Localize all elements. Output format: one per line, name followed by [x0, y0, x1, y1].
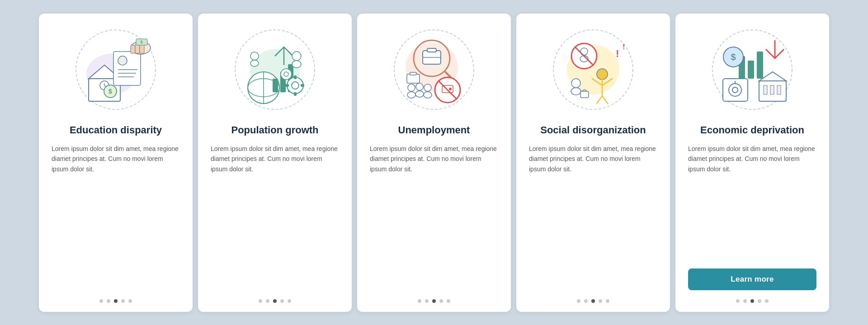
card-social-disorganization: ! ! Social disorganization Lorem ipsum d… [516, 14, 670, 312]
svg-point-55 [415, 91, 424, 97]
card-title-social-disorganization: Social disorganization [540, 124, 646, 137]
card-unemployment: Unemployment Lorem ipsum dolor sit dim a… [357, 14, 511, 312]
dot-3-active [114, 299, 118, 303]
svg-rect-7 [113, 52, 141, 85]
svg-text:$: $ [140, 40, 142, 44]
svg-rect-85 [770, 85, 774, 94]
dot-2 [425, 299, 429, 303]
dot-5 [447, 299, 450, 303]
svg-rect-86 [777, 85, 781, 94]
dot-3-active [750, 299, 754, 303]
svg-rect-15 [131, 45, 135, 53]
svg-text:!: ! [616, 48, 619, 59]
card-dots-economic-deprivation [736, 299, 769, 303]
card-population-growth: Population growth Lorem ipsum dolor sit … [198, 14, 352, 312]
cards-container: $ $ Education disparity Lorem ipsum dolo… [39, 14, 829, 312]
card-body-social-disorganization: Lorem ipsum dolor sit dim amet, mea regi… [529, 144, 657, 290]
svg-point-29 [292, 52, 301, 61]
svg-point-30 [292, 61, 301, 68]
svg-rect-36 [301, 84, 304, 87]
svg-point-51 [449, 88, 452, 90]
dot-5 [765, 299, 769, 303]
svg-rect-88 [748, 61, 754, 79]
dot-2 [743, 299, 747, 303]
dot-3-active [591, 299, 595, 303]
dot-2 [107, 299, 110, 303]
dot-3-active [273, 299, 277, 303]
svg-point-53 [407, 92, 415, 98]
svg-rect-46 [427, 48, 436, 52]
card-title-population-growth: Population growth [231, 124, 318, 137]
svg-point-75 [571, 88, 581, 95]
svg-text:$: $ [731, 52, 736, 62]
card-title-unemployment: Unemployment [398, 124, 470, 137]
dot-5 [128, 299, 132, 303]
svg-point-39 [250, 52, 259, 60]
svg-rect-76 [580, 91, 589, 98]
svg-rect-34 [294, 92, 297, 96]
illustration-education-disparity: $ $ [71, 24, 161, 115]
dot-5 [288, 299, 291, 303]
card-title-education-disparity: Education disparity [70, 124, 162, 137]
dot-4 [280, 299, 284, 303]
svg-text:!: ! [623, 43, 625, 51]
svg-line-71 [602, 96, 608, 104]
dot-2 [584, 299, 588, 303]
svg-point-52 [408, 84, 415, 91]
svg-point-32 [292, 82, 299, 89]
card-economic-deprivation: $ Economic deprivation Lorem ipsum dolor… [675, 14, 829, 312]
svg-rect-59 [410, 72, 416, 75]
svg-rect-35 [285, 84, 289, 87]
svg-rect-89 [757, 52, 763, 79]
card-body-economic-deprivation: Lorem ipsum dolor sit dim amet, mea regi… [688, 144, 816, 261]
svg-rect-33 [294, 75, 297, 79]
dot-4 [758, 299, 761, 303]
dot-4 [439, 299, 443, 303]
learn-more-button[interactable]: Learn more [688, 268, 816, 290]
dot-4 [599, 299, 602, 303]
svg-line-70 [597, 96, 602, 104]
card-education-disparity: $ $ Education disparity Lorem ipsum dolo… [39, 14, 193, 312]
card-body-unemployment: Lorem ipsum dolor sit dim amet, mea regi… [370, 144, 498, 290]
svg-rect-25 [273, 79, 278, 92]
dot-2 [266, 299, 269, 303]
illustration-population-growth [230, 24, 320, 115]
card-body-education-disparity: Lorem ipsum dolor sit dim amet, mea regi… [52, 144, 180, 290]
dot-1 [99, 299, 103, 303]
dot-4 [121, 299, 125, 303]
svg-point-74 [571, 79, 580, 88]
svg-point-8 [118, 56, 127, 65]
dot-5 [606, 299, 609, 303]
svg-point-66 [597, 69, 608, 80]
svg-rect-84 [764, 85, 767, 94]
dot-1 [259, 299, 262, 303]
dot-1 [736, 299, 740, 303]
svg-text:$: $ [108, 88, 112, 95]
dot-3-active [432, 299, 436, 303]
svg-rect-16 [135, 44, 140, 53]
card-dots-social-disorganization [577, 299, 609, 303]
illustration-economic-deprivation: $ [707, 24, 797, 115]
svg-point-54 [416, 83, 423, 90]
dot-1 [418, 299, 421, 303]
svg-point-57 [424, 92, 432, 98]
card-dots-population-growth [259, 299, 291, 303]
svg-point-56 [424, 84, 431, 91]
card-dots-education-disparity [99, 299, 132, 303]
illustration-unemployment [389, 24, 479, 115]
card-title-economic-deprivation: Economic deprivation [700, 124, 804, 137]
card-dots-unemployment [418, 299, 450, 303]
svg-point-40 [250, 60, 259, 66]
card-body-population-growth: Lorem ipsum dolor sit dim amet, mea regi… [211, 144, 339, 290]
dot-1 [577, 299, 580, 303]
illustration-social-disorganization: ! ! [548, 24, 638, 115]
svg-point-38 [284, 72, 288, 76]
svg-rect-58 [407, 74, 420, 83]
